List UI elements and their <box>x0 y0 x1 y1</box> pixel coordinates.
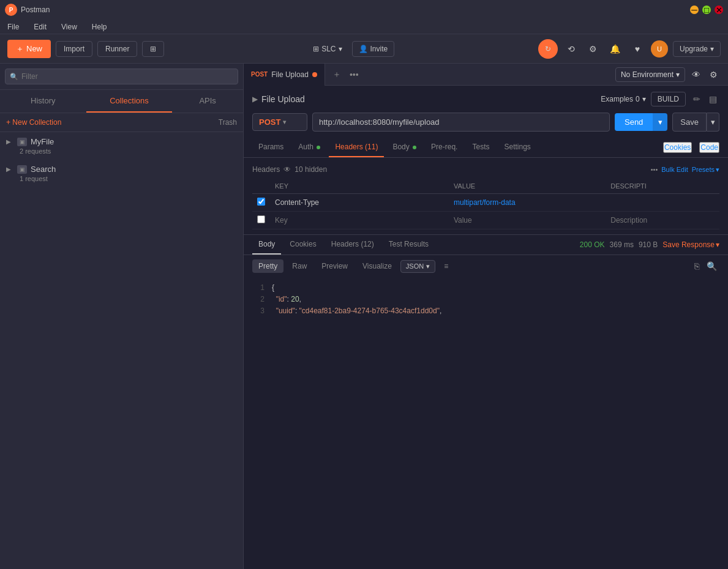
bulk-edit-button[interactable]: Bulk Edit <box>661 166 688 173</box>
layout-button[interactable]: ⊞ <box>142 41 164 57</box>
tab-tests[interactable]: Tests <box>466 138 495 157</box>
url-input[interactable] <box>312 113 610 132</box>
row-checkbox-cell <box>252 212 270 229</box>
row-checkbox[interactable] <box>257 215 265 223</box>
collection-name: MyFile <box>31 137 54 146</box>
collection-folder-icon: ▣ <box>17 165 27 174</box>
tab-apis[interactable]: APIs <box>172 90 243 113</box>
table-actions: ••• Bulk Edit Presets ▾ <box>651 166 719 174</box>
build-button[interactable]: BUILD <box>651 92 686 106</box>
list-item[interactable]: ▶ ▣ Search 1 request <box>0 160 243 187</box>
upgrade-button[interactable]: Upgrade ▾ <box>673 41 721 57</box>
body-dot <box>413 146 416 149</box>
format-selector[interactable]: JSON ▾ <box>400 260 435 273</box>
new-collection-button[interactable]: + New Collection <box>6 118 61 127</box>
request-tab[interactable]: POST File Upload <box>244 64 325 86</box>
tab-settings[interactable]: Settings <box>498 138 536 157</box>
trash-button[interactable]: Trash <box>219 118 237 127</box>
save-button[interactable]: Save <box>672 113 707 132</box>
resp-tab-cookies[interactable]: Cookies <box>283 235 322 255</box>
resp-tab-body[interactable]: Body <box>252 235 281 255</box>
more-tabs-button[interactable]: ••• <box>347 67 361 83</box>
tab-collections[interactable]: Collections <box>86 90 173 113</box>
search-response-button[interactable]: 🔍 <box>704 259 719 273</box>
key-input[interactable] <box>275 216 444 225</box>
environment-selector[interactable]: No Environment ▾ <box>615 67 685 82</box>
invite-button[interactable]: 👤 Invite <box>352 41 395 57</box>
view-pretty-button[interactable]: Pretty <box>252 259 283 273</box>
runner-button[interactable]: Runner <box>97 41 137 57</box>
save-button-group: Save ▾ <box>672 113 719 132</box>
table-row <box>252 194 719 212</box>
send-dropdown-button[interactable]: ▾ <box>653 113 667 131</box>
wrap-lines-button[interactable]: ≡ <box>438 259 454 273</box>
list-item[interactable]: ▶ ▣ MyFile 2 requests <box>0 132 243 160</box>
response-tabs: Body Cookies Headers (12) Test Results 2… <box>244 235 728 255</box>
description-input[interactable] <box>610 216 692 225</box>
headers-info: Headers 👁 10 hidden ••• Bulk Edit Preset… <box>252 163 719 179</box>
menu-edit[interactable]: Edit <box>31 21 49 32</box>
cookies-link[interactable]: Cookies <box>663 142 692 153</box>
notifications-button[interactable]: 🔔 <box>607 40 624 58</box>
code-link[interactable]: Code <box>699 142 719 153</box>
send-button[interactable]: Send <box>615 113 653 131</box>
sidebar: 🔍 History Collections APIs + New Collect… <box>0 64 244 569</box>
filter-input[interactable] <box>5 69 238 84</box>
copy-response-button[interactable]: ⎘ <box>692 259 702 273</box>
row-checkbox[interactable] <box>257 198 265 206</box>
method-selector[interactable]: POST ▾ <box>252 113 307 131</box>
response-code-area: 1 { 2 "id": 20, 3 "uuid": "cd4eaf81-2ba9… <box>244 277 728 569</box>
sync-button[interactable]: ↻ <box>538 39 558 59</box>
value-input[interactable] <box>454 198 601 207</box>
row-desc-cell <box>606 194 697 212</box>
import-button[interactable]: Import <box>56 41 92 57</box>
save-response-button[interactable]: Save Response ▾ <box>662 240 719 249</box>
tab-headers[interactable]: Headers (11) <box>329 138 384 157</box>
save-dropdown-button[interactable]: ▾ <box>707 113 719 132</box>
settings-button[interactable]: ⚙ <box>585 40 602 58</box>
tab-auth[interactable]: Auth <box>292 138 326 157</box>
request-sub-tabs: Params Auth Headers (11) Body Pre-req. T… <box>244 138 728 158</box>
add-tab-button[interactable]: ＋ <box>330 67 343 83</box>
row-key-cell <box>270 212 449 229</box>
minimize-button[interactable]: ─ <box>690 6 699 14</box>
history-icon-btn[interactable]: ⟲ <box>563 40 580 58</box>
app-title: Postman <box>21 6 50 14</box>
new-button[interactable]: ＋ New <box>7 40 51 58</box>
close-button[interactable]: ✕ <box>715 6 723 14</box>
heart-button[interactable]: ♥ <box>629 40 646 58</box>
key-input[interactable] <box>275 198 444 207</box>
presets-button[interactable]: Presets ▾ <box>692 166 719 174</box>
layout-icon-btn[interactable]: ▤ <box>707 92 719 106</box>
avatar[interactable]: U <box>651 40 668 58</box>
resp-tab-tests[interactable]: Test Results <box>383 235 435 255</box>
request-name: File Upload <box>261 94 305 104</box>
row-value-cell <box>449 194 606 212</box>
tab-body[interactable]: Body <box>386 138 422 157</box>
plus-icon: ＋ <box>16 43 24 54</box>
value-input[interactable] <box>454 216 601 225</box>
method-label: POST <box>259 117 280 127</box>
tab-name: File Upload <box>271 70 309 79</box>
grid-icon: ⊞ <box>313 45 319 53</box>
environment-settings-button[interactable]: ⚙ <box>705 66 722 83</box>
eye-environment-button[interactable]: 👁 <box>688 66 705 83</box>
workspace-button[interactable]: ⊞ SLC ▾ <box>308 42 347 56</box>
tab-params[interactable]: Params <box>252 138 290 157</box>
view-raw-button[interactable]: Raw <box>286 259 313 273</box>
request-tabs-row: POST File Upload ＋ ••• No Environment ▾ … <box>244 64 728 86</box>
menu-file[interactable]: File <box>5 21 21 32</box>
menu-view[interactable]: View <box>59 21 80 32</box>
examples-button[interactable]: Examples 0 ▾ <box>601 95 645 103</box>
view-visualize-button[interactable]: Visualize <box>356 259 398 273</box>
tab-history[interactable]: History <box>0 90 86 113</box>
tab-prereq[interactable]: Pre-req. <box>425 138 463 157</box>
hidden-badge: 10 hidden <box>295 165 327 174</box>
view-preview-button[interactable]: Preview <box>315 259 354 273</box>
menu-help[interactable]: Help <box>89 21 110 32</box>
edit-icon-btn[interactable]: ✏ <box>691 92 703 106</box>
chevron-right-icon: ▶ <box>6 138 11 145</box>
url-bar: POST ▾ Send ▾ Save ▾ <box>244 113 728 138</box>
resp-tab-headers[interactable]: Headers (12) <box>325 235 380 255</box>
maximize-button[interactable]: □ <box>702 6 711 14</box>
